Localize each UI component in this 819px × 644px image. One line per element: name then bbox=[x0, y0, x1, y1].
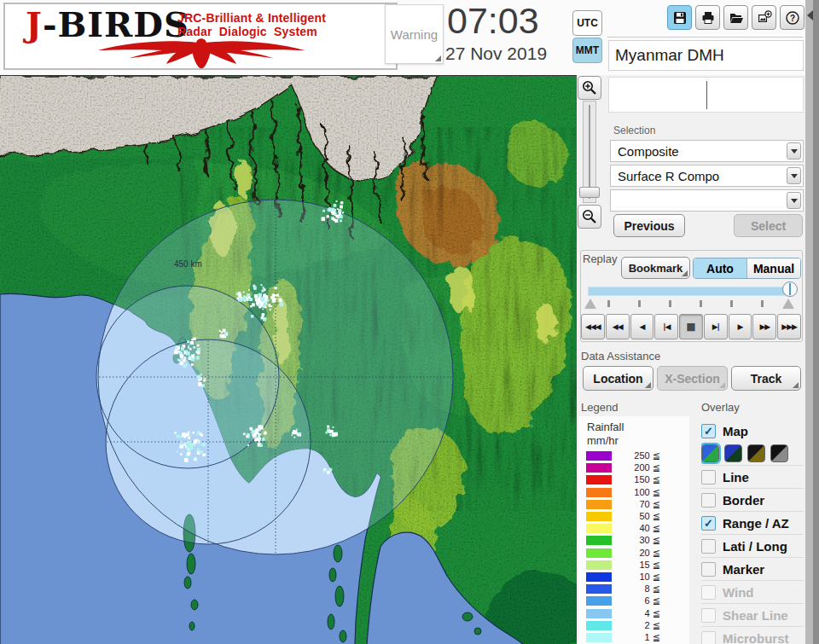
help-button[interactable]: ? bbox=[780, 5, 804, 30]
add-image-icon bbox=[757, 10, 772, 26]
overlay-item-label: Map bbox=[723, 424, 748, 438]
print-button[interactable] bbox=[695, 5, 720, 30]
overlay-item-label: Lati / Long bbox=[723, 539, 787, 554]
checkbox-icon[interactable] bbox=[701, 631, 716, 644]
checkbox-icon[interactable] bbox=[701, 585, 716, 600]
step-forward-button[interactable]: ▶| bbox=[704, 314, 728, 339]
checkbox-icon[interactable] bbox=[701, 562, 716, 577]
play-reverse-button[interactable]: ◀ bbox=[630, 314, 654, 339]
timeline-tick bbox=[700, 300, 702, 307]
checkbox-icon[interactable] bbox=[701, 470, 716, 484]
checkbox-icon[interactable] bbox=[701, 608, 716, 623]
checkbox-checked-icon[interactable]: ✓ bbox=[701, 424, 716, 438]
magnifier-minus-icon bbox=[581, 208, 598, 225]
overlay-item-range-az[interactable]: ✓Range / AZ bbox=[701, 511, 804, 535]
bookmark-button[interactable]: Bookmark bbox=[621, 257, 690, 279]
legend-value: 50 ≦ bbox=[613, 511, 660, 522]
product-dropdown-1[interactable]: Composite bbox=[610, 140, 804, 162]
location-button[interactable]: Location bbox=[583, 366, 653, 391]
zoom-slider-thumb[interactable] bbox=[579, 187, 600, 198]
product-dropdown-2-value: Surface R Compo bbox=[618, 169, 719, 183]
select-button[interactable]: Select bbox=[734, 214, 803, 237]
fast-forward-button[interactable]: ▶▶ bbox=[752, 314, 776, 339]
replay-timeline-slider[interactable] bbox=[588, 287, 792, 296]
timeline-tick bbox=[638, 300, 641, 307]
open-folder-button[interactable] bbox=[723, 5, 748, 30]
timeline-tick bbox=[761, 300, 764, 307]
legend-color-swatch bbox=[586, 633, 612, 642]
data-assistance-label: Data Assistance bbox=[581, 350, 660, 363]
fastest-forward-button[interactable]: ▶▶▶ bbox=[777, 314, 801, 339]
timeline-end-marker[interactable] bbox=[782, 299, 794, 309]
product-dropdown-2[interactable]: Surface R Compo bbox=[610, 165, 804, 187]
map-zoom-in-button[interactable] bbox=[578, 76, 601, 100]
text-entry-box[interactable] bbox=[608, 77, 804, 113]
overlay-item-wind[interactable]: Wind bbox=[701, 580, 804, 604]
checkbox-icon[interactable] bbox=[701, 539, 716, 554]
map-style-swatch-1[interactable] bbox=[701, 444, 719, 462]
clock-time: 07:03 bbox=[447, 0, 539, 42]
auto-mode-button[interactable]: Auto bbox=[694, 258, 747, 278]
map-style-swatch-3[interactable] bbox=[747, 444, 765, 462]
checkbox-icon[interactable] bbox=[701, 493, 716, 508]
timeline-start-marker[interactable] bbox=[584, 299, 596, 309]
legend-value: 2 ≦ bbox=[613, 620, 660, 631]
legend-row: 150 ≦ bbox=[578, 474, 689, 485]
play-button[interactable]: ▶ bbox=[729, 314, 752, 339]
overlay-item-label: Microburst bbox=[723, 631, 789, 644]
magnifier-plus-icon bbox=[581, 79, 598, 96]
previous-button[interactable]: Previous bbox=[613, 214, 685, 237]
map-style-swatch-4[interactable] bbox=[770, 444, 788, 462]
station-name-box: Myanmar DMH bbox=[608, 40, 804, 71]
legend-value: 20 ≦ bbox=[613, 548, 660, 559]
product-dropdown-3[interactable] bbox=[610, 189, 804, 212]
x-section-button[interactable]: X-Section bbox=[657, 366, 728, 391]
warning-button[interactable]: Warning bbox=[385, 4, 444, 64]
eagle-logo-icon bbox=[12, 37, 391, 71]
overlay-label: Overlay bbox=[701, 401, 740, 414]
legend-row: 6 ≦ bbox=[578, 595, 689, 606]
stop-button[interactable]: ■ bbox=[679, 314, 703, 339]
overlay-item-label: Range / AZ bbox=[723, 516, 789, 531]
legend-color-swatch bbox=[586, 560, 612, 570]
rewind-button[interactable]: ◀◀ bbox=[606, 314, 630, 339]
dropdown-arrow-button[interactable] bbox=[787, 142, 801, 160]
legend-row: 50 ≦ bbox=[578, 511, 689, 522]
overlay-item-line[interactable]: Line bbox=[701, 465, 804, 489]
add-image-button[interactable] bbox=[752, 5, 776, 30]
map-style-swatch-2[interactable] bbox=[724, 444, 742, 462]
track-button[interactable]: Track bbox=[731, 366, 801, 391]
mmt-button[interactable]: MMT bbox=[572, 38, 602, 63]
radar-map[interactable]: 450 km bbox=[0, 75, 577, 644]
panel-collapse-strip[interactable] bbox=[805, 0, 813, 644]
legend-color-swatch bbox=[586, 584, 612, 594]
dropdown-arrow-button[interactable] bbox=[787, 167, 801, 184]
overlay-item-microburst[interactable]: Microburst bbox=[701, 626, 804, 644]
timeline-tick bbox=[730, 300, 733, 307]
utc-button[interactable]: UTC bbox=[572, 10, 602, 36]
legend-value: 70 ≦ bbox=[613, 499, 660, 510]
legend-value: 8 ≦ bbox=[613, 583, 660, 595]
step-back-button[interactable]: |◀ bbox=[654, 314, 678, 339]
timeline-tick bbox=[607, 300, 610, 307]
overlay-item-lati-long[interactable]: Lati / Long bbox=[701, 534, 804, 558]
overlay-item-marker[interactable]: Marker bbox=[701, 557, 804, 581]
replay-slider-handle[interactable] bbox=[782, 281, 798, 297]
fast-rewind-button[interactable]: ◀◀◀ bbox=[581, 314, 605, 339]
save-button[interactable] bbox=[667, 5, 692, 30]
manual-mode-button[interactable]: Manual bbox=[747, 258, 800, 278]
legend-row: 10 ≦ bbox=[578, 571, 689, 583]
overlay-item-shear-line[interactable]: Shear Line bbox=[701, 603, 804, 627]
dropdown-arrow-button[interactable] bbox=[787, 192, 801, 209]
replay-mode-toggle: Auto Manual bbox=[693, 258, 801, 279]
chevron-down-icon bbox=[791, 174, 798, 178]
map-zoom-out-button[interactable] bbox=[578, 205, 601, 229]
legend-value: 6 ≦ bbox=[613, 595, 660, 606]
checkbox-checked-icon[interactable]: ✓ bbox=[701, 516, 716, 531]
zoom-slider-groove bbox=[589, 105, 590, 199]
overlay-item-map[interactable]: ✓Map bbox=[701, 420, 804, 443]
station-name: Myanmar DMH bbox=[615, 46, 724, 65]
map-zoom-slider[interactable] bbox=[583, 101, 596, 203]
overlay-item-border[interactable]: Border bbox=[701, 488, 804, 512]
legend-value: 10 ≦ bbox=[613, 571, 660, 583]
